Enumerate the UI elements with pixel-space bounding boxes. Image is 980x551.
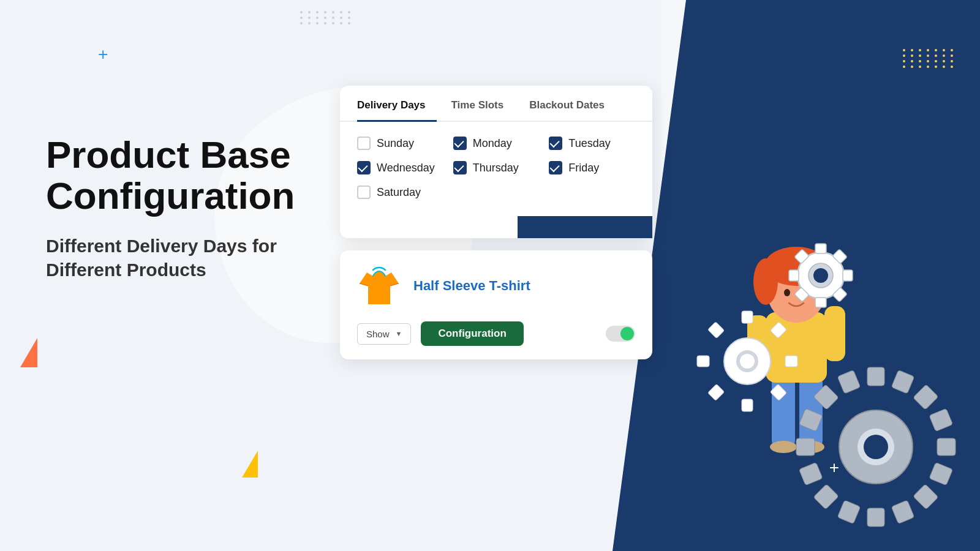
tabs-header: Delivery Days Time Slots Blackout Dates: [340, 86, 652, 122]
delivery-days-card: Delivery Days Time Slots Blackout Dates …: [340, 86, 652, 238]
product-name: Half Sleeve T-shirt: [413, 278, 530, 294]
toggle-knob: [620, 327, 634, 340]
checkbox-sunday[interactable]: [357, 137, 371, 150]
product-toggle[interactable]: [606, 326, 635, 342]
day-wednesday[interactable]: Wednesday: [357, 161, 443, 174]
checkbox-wednesday[interactable]: [357, 161, 371, 174]
checkbox-friday[interactable]: [549, 161, 562, 174]
day-sunday[interactable]: Sunday: [357, 137, 443, 150]
dots-right: [903, 49, 956, 68]
label-saturday: Saturday: [377, 186, 421, 199]
tab-delivery-days[interactable]: Delivery Days: [357, 99, 437, 122]
checkbox-tuesday[interactable]: [549, 137, 562, 150]
page-subtitle: Different Delivery Days for Different Pr…: [46, 234, 340, 282]
plus-icon-blue: +: [98, 46, 108, 63]
tab-time-slots[interactable]: Time Slots: [451, 99, 515, 122]
checkbox-monday[interactable]: [453, 137, 467, 150]
configuration-button[interactable]: Configuration: [421, 321, 523, 346]
product-actions: Show ▼ Configuration: [357, 321, 635, 346]
main-panels: Delivery Days Time Slots Blackout Dates …: [340, 86, 652, 359]
dark-accent-bar: [518, 216, 652, 238]
product-row: Half Sleeve T-shirt: [357, 264, 635, 308]
page-title: Product Base Configuration: [46, 135, 340, 217]
chevron-down-icon: ▼: [396, 330, 402, 337]
plus-icon-white: +: [829, 458, 839, 478]
days-grid: Sunday Monday Tuesday Wednesday Thursday: [340, 122, 652, 216]
show-label: Show: [366, 329, 390, 339]
checkbox-thursday[interactable]: [453, 161, 467, 174]
label-wednesday: Wednesday: [377, 162, 435, 174]
tshirt-svg: [358, 265, 400, 307]
day-saturday[interactable]: Saturday: [357, 186, 443, 199]
label-tuesday: Tuesday: [568, 137, 610, 150]
dots-top: [300, 11, 353, 24]
tab-blackout-dates[interactable]: Blackout Dates: [529, 99, 616, 122]
day-tuesday[interactable]: Tuesday: [549, 137, 635, 150]
background-right: [612, 0, 980, 551]
toggle-wrap: [606, 326, 635, 342]
checkbox-saturday[interactable]: [357, 186, 371, 199]
day-thursday[interactable]: Thursday: [453, 161, 540, 174]
product-icon: [357, 264, 401, 308]
show-dropdown[interactable]: Show ▼: [357, 323, 411, 345]
label-thursday: Thursday: [473, 162, 519, 174]
triangle-yellow: [242, 451, 258, 478]
day-friday[interactable]: Friday: [549, 161, 635, 174]
day-monday[interactable]: Monday: [453, 137, 540, 150]
label-monday: Monday: [473, 137, 512, 150]
hero-content: Product Base Configuration Different Del…: [46, 135, 340, 282]
product-card: Half Sleeve T-shirt Show ▼ Configuration: [340, 250, 652, 359]
label-sunday: Sunday: [377, 137, 414, 150]
label-friday: Friday: [568, 162, 599, 174]
triangle-orange: [20, 338, 37, 367]
